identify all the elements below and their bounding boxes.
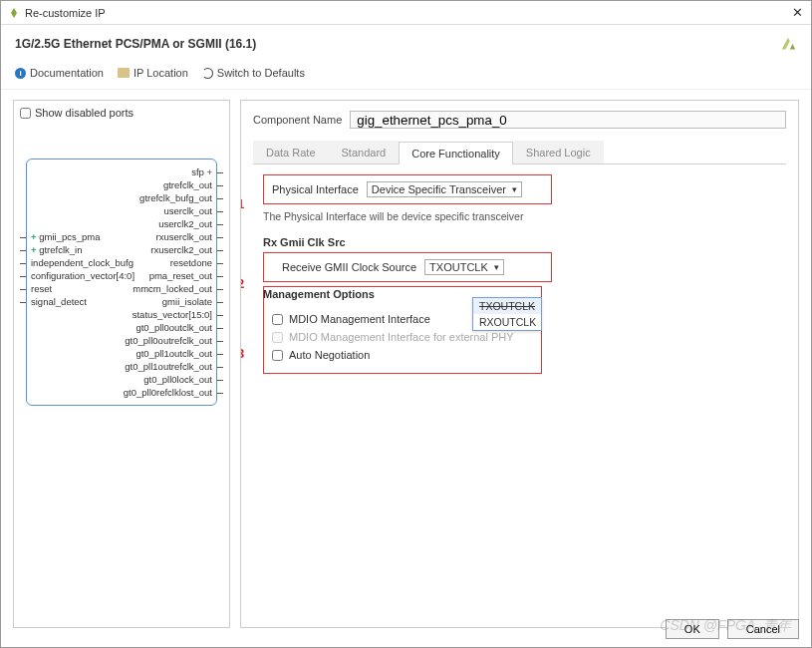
ip-location-link[interactable]: IP Location: [118, 67, 188, 79]
mdio-ext-checkbox: [272, 332, 283, 343]
dropdown-option[interactable]: RXOUTCLK: [473, 314, 541, 330]
tab-core-functionality[interactable]: Core Functionality: [399, 142, 513, 164]
block-schematic: sfp +gtrefclk_outgtrefclk_bufg_outusercl…: [26, 159, 217, 406]
body: Show disabled ports sfp +gtrefclk_outgtr…: [1, 90, 811, 638]
port-left: [27, 360, 117, 373]
port-left: + gtrefclk_in: [27, 243, 117, 256]
port-right: gt0_pll1outclk_out: [117, 347, 216, 360]
rx-clock-select[interactable]: TXOUTCLK ▾: [424, 259, 504, 275]
physical-interface-select[interactable]: Device Specific Transceiver ▾: [367, 181, 522, 197]
port-left: [27, 217, 117, 230]
tab-shared-logic[interactable]: Shared Logic: [513, 141, 604, 163]
titlebar: Re-customize IP ✕: [1, 1, 811, 25]
port-left: [27, 386, 117, 399]
port-right: sfp +: [117, 165, 216, 178]
rx-clock-value: TXOUTCLK: [429, 261, 488, 273]
port-left: [27, 178, 117, 191]
port-left: [27, 334, 117, 347]
chevron-down-icon: ▾: [512, 184, 517, 194]
info-icon: i: [15, 68, 26, 79]
port-right: gtrefclk_out: [117, 178, 216, 191]
port-left: signal_detect: [27, 295, 117, 308]
port-right: mmcm_locked_out: [117, 282, 216, 295]
left-pane: Show disabled ports sfp +gtrefclk_outgtr…: [13, 100, 230, 628]
auto-neg-checkbox[interactable]: [272, 350, 283, 361]
port-left: independent_clock_bufg: [27, 256, 117, 269]
ip-title: 1G/2.5G Ethernet PCS/PMA or SGMII (16.1): [15, 37, 256, 51]
rx-clock-box: Receive GMII Clock Source TXOUTCLK ▾: [263, 252, 552, 282]
chevron-down-icon: ▾: [494, 262, 499, 272]
switch-defaults-label: Switch to Defaults: [217, 67, 305, 79]
port-right: gt0_pll0refclklost_out: [117, 386, 216, 399]
window-title: Re-customize IP: [25, 7, 792, 19]
auto-neg-label: Auto Negotiation: [289, 349, 370, 361]
close-icon[interactable]: ✕: [792, 5, 803, 20]
rx-clock-label: Receive GMII Clock Source: [282, 261, 416, 273]
rx-clock-dropdown: TXOUTCLK RXOUTCLK: [472, 297, 542, 331]
rx-group-title: Rx Gmii Clk Src: [263, 236, 786, 248]
tab-data-rate[interactable]: Data Rate: [253, 141, 329, 163]
toolbar: i Documentation IP Location Switch to De…: [1, 63, 811, 90]
component-name-label: Component Name: [253, 114, 342, 126]
port-left: [27, 165, 117, 178]
physical-interface-help: The Physical Interface will be device sp…: [263, 210, 786, 222]
port-right: gmii_isolate: [117, 295, 216, 308]
mdio-ext-label: MDIO Management Interface for external P…: [289, 331, 514, 343]
port-right: userclk2_out: [117, 217, 216, 230]
documentation-label: Documentation: [30, 67, 104, 79]
footer: OK Cancel: [666, 619, 799, 639]
port-left: configuration_vector[4:0]: [27, 269, 117, 282]
port-right: status_vector[15:0]: [117, 308, 216, 321]
annotation-1: 1: [240, 196, 244, 211]
port-right: rxuserclk_out: [117, 230, 216, 243]
auto-neg-row: Auto Negotiation: [272, 349, 533, 361]
app-logo-icon: [9, 8, 19, 18]
port-right: rxuserclk2_out: [117, 243, 216, 256]
component-name-input[interactable]: [350, 111, 786, 129]
port-left: [27, 347, 117, 360]
physical-interface-value: Device Specific Transceiver: [372, 183, 506, 195]
documentation-link[interactable]: i Documentation: [15, 67, 104, 79]
ok-button[interactable]: OK: [666, 619, 719, 639]
port-left: reset: [27, 282, 117, 295]
reload-icon: [202, 68, 213, 79]
port-left: + gmii_pcs_pma: [27, 230, 117, 243]
ip-location-label: IP Location: [134, 67, 188, 79]
mdio-label: MDIO Management Interface: [289, 313, 430, 325]
port-left: [27, 321, 117, 334]
physical-interface-label: Physical Interface: [272, 183, 359, 195]
component-name-row: Component Name: [253, 111, 786, 129]
show-disabled-row: Show disabled ports: [20, 107, 223, 119]
port-left: [27, 204, 117, 217]
port-right: gt0_pll0outrefclk_out: [117, 334, 216, 347]
vendor-logo-icon: [779, 35, 797, 53]
annotation-3: 3: [240, 346, 244, 361]
port-right: gt0_pll0lock_out: [117, 373, 216, 386]
port-right: gt0_pll0outclk_out: [117, 321, 216, 334]
port-left: [27, 373, 117, 386]
cancel-button[interactable]: Cancel: [727, 619, 799, 639]
header: 1G/2.5G Ethernet PCS/PMA or SGMII (16.1): [1, 25, 811, 63]
switch-defaults-link[interactable]: Switch to Defaults: [202, 67, 305, 79]
annotation-2: 2: [240, 276, 244, 291]
dropdown-option[interactable]: TXOUTCLK: [473, 298, 541, 314]
tab-standard[interactable]: Standard: [329, 141, 400, 163]
port-right: pma_reset_out: [117, 269, 216, 282]
port-left: [27, 308, 117, 321]
mdio-checkbox[interactable]: [272, 314, 283, 325]
dialog-window: Re-customize IP ✕ 1G/2.5G Ethernet PCS/P…: [0, 0, 812, 648]
show-disabled-checkbox[interactable]: [20, 108, 31, 119]
folder-icon: [118, 68, 130, 78]
physical-interface-box: Physical Interface Device Specific Trans…: [263, 174, 552, 204]
port-right: gtrefclk_bufg_out: [117, 191, 216, 204]
right-pane: Component Name Data RateStandardCore Fun…: [240, 100, 799, 628]
tabs: Data RateStandardCore FunctionalityShare…: [253, 141, 786, 164]
show-disabled-label: Show disabled ports: [35, 107, 134, 119]
mdio-ext-row: MDIO Management Interface for external P…: [272, 331, 533, 343]
port-right: userclk_out: [117, 204, 216, 217]
port-right: gt0_pll1outrefclk_out: [117, 360, 216, 373]
port-right: resetdone: [117, 256, 216, 269]
port-left: [27, 191, 117, 204]
